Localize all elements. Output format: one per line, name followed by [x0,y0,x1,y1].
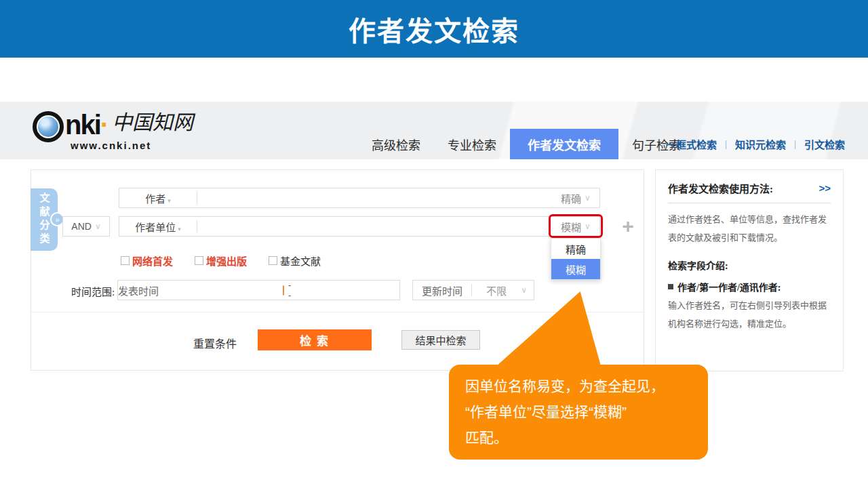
link-separator: | [725,138,727,150]
filter-enhanced-publishing[interactable]: 增强出版 [195,253,247,268]
author-unit-input[interactable] [197,218,552,235]
time-range-label: 时间范围: [71,284,115,298]
chevron-down-icon: ∨ [521,285,527,296]
author-unit-field-row: 作者单位▾ 模糊∨ [119,216,600,237]
tip-line: 因单位名称易变，为查全起见， [465,373,692,399]
help-bullet-title: 作者/第一作者/通讯作者: [677,280,781,293]
quick-links: 一框式检索 | 知识元检索 | 引文检索 [666,137,845,151]
chevron-down-icon: ∨ [585,222,591,232]
search-button[interactable]: 检 索 [258,329,372,350]
reset-conditions-button[interactable]: 重置条件 [193,335,237,351]
logo-url: www.cnki.net [71,140,151,151]
match-dropdown-menu: 精确 模糊 [551,238,601,280]
publish-time-box: 发表时间 -- [117,280,400,300]
author-field-row: 作者▾ 精确∨ [119,188,600,208]
help-intro-text: 通过作者姓名、单位等信息，查找作者发表的文献及被引和下载情况。 [668,210,831,247]
publish-time-label: 发表时间 [118,283,159,298]
author-field-selector[interactable]: 作者▾ [119,191,197,205]
checkbox-icon[interactable] [121,256,130,265]
page: 作者发文检索 nki· 中国知网 www.cnki.net 高级检索 专业检索 … [0,0,868,488]
help-divider [668,203,831,203]
update-time-label: 更新时间 [413,283,471,298]
globe-icon [38,117,58,137]
boolean-operator-select[interactable]: AND∨ [62,216,110,237]
filter-online-first[interactable]: 网络首发 [121,253,173,268]
link-one-box-search[interactable]: 一框式检索 [666,137,717,151]
link-separator: | [794,138,796,150]
publish-date-to-input[interactable] [291,282,411,298]
tip-line: 匹配。 [465,425,692,451]
update-time-box: 更新时间 不限 ∨ [412,280,534,300]
tip-callout: 因单位名称易变，为查全起见， “作者单位”尽量选择“模糊” 匹配。 [449,365,708,460]
help-title: 作者发文检索使用方法: [668,181,773,195]
help-sidebar: 作者发文检索使用方法: >> 通过作者姓名、单位等信息，查找作者发表的文献及被引… [655,169,844,371]
filter-fund-literature[interactable]: 基金文献 [269,253,321,268]
help-fields-heading: 检索字段介绍: [668,258,831,272]
help-more-link[interactable]: >> [818,182,831,194]
page-banner: 作者发文检索 [0,0,868,58]
publish-date-from-input[interactable] [159,282,279,298]
link-knowledge-element-search[interactable]: 知识元检索 [735,137,786,151]
bullet-square-icon [668,284,673,289]
author-unit-match-select[interactable]: 模糊∨ [552,220,599,234]
logo-chinese-text: 中国知网 [112,111,193,134]
chevron-down-icon: ∨ [585,193,591,203]
checkbox-icon[interactable] [269,256,277,265]
filter-checkboxes: 网络首发 增强出版 基金文献 [121,253,321,268]
update-time-select[interactable]: 不限 [472,283,521,298]
search-mode-tabs: 高级检索 专业检索 作者发文检索 句子检索 [358,129,694,159]
add-condition-button[interactable]: + [617,216,639,237]
globe-ring-icon [33,111,64,142]
logo-latin-text: nki· [65,111,108,138]
tab-author-search[interactable]: 作者发文检索 [510,129,618,159]
literature-category-label: 文献分类 [37,192,52,247]
caret-down-icon: ▾ [167,197,171,204]
tab-professional-search[interactable]: 专业检索 [434,129,510,159]
header-band: nki· 中国知网 www.cnki.net 高级检索 专业检索 作者发文检索 … [0,102,868,159]
chevron-down-icon: ∨ [95,222,101,231]
checkbox-icon[interactable] [195,256,203,265]
search-in-results-button[interactable]: 结果中检索 [401,330,480,350]
caret-down-icon: ▾ [178,226,181,232]
author-match-select[interactable]: 精确∨ [552,191,599,205]
cnki-logo[interactable]: nki· 中国知网 www.cnki.net [33,111,193,142]
tab-advanced-search[interactable]: 高级检索 [358,129,434,159]
page-title: 作者发文检索 [349,9,519,49]
calendar-icon[interactable] [283,285,284,296]
help-bullet-text: 输入作者姓名，可在右侧引导列表中根据机构名称进行勾选，精准定位。 [668,296,831,333]
tip-line: “作者单位”尽量选择“模糊” [465,399,692,425]
author-unit-field-selector[interactable]: 作者单位▾ [119,220,197,234]
match-option-exact[interactable]: 精确 [551,239,600,259]
help-bullet-row: 作者/第一作者/通讯作者: [668,280,831,293]
author-input[interactable] [197,189,552,207]
match-option-fuzzy[interactable]: 模糊 [551,259,600,279]
card-divider [31,312,644,312]
link-citation-search[interactable]: 引文检索 [804,137,845,151]
